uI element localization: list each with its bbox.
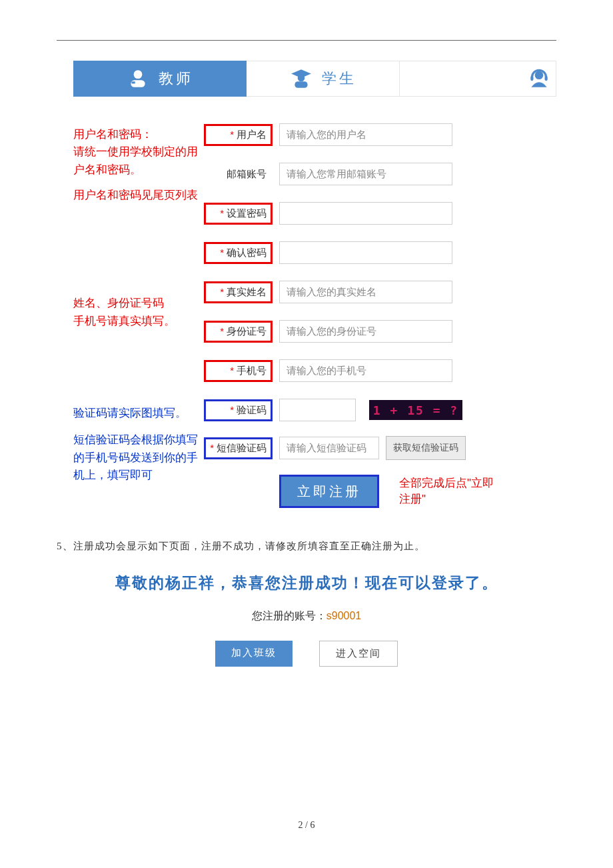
input-sms[interactable]: 请输入短信验证码 <box>279 437 379 459</box>
svg-rect-5 <box>295 81 307 88</box>
label-confirmpass: *确认密码 <box>204 242 273 264</box>
tab-teacher-label: 教师 <box>159 69 193 89</box>
input-username[interactable]: 请输入您的用户名 <box>279 123 452 146</box>
svg-point-6 <box>535 71 544 79</box>
note-userpass-1: 用户名和密码： <box>73 126 200 143</box>
input-setpass[interactable] <box>279 202 452 225</box>
tab-student-label: 学生 <box>322 69 356 89</box>
button-submit-register[interactable]: 立即注册 <box>279 475 379 508</box>
success-account: 您注册的账号：s90001 <box>57 609 556 623</box>
note-realinfo-1: 姓名、身份证号码 <box>73 295 200 312</box>
note-userpass-3: 用户名和密码见尾页列表 <box>73 187 200 204</box>
input-email[interactable]: 请输入您常用邮箱账号 <box>279 163 452 185</box>
label-setpass: *设置密码 <box>204 203 273 225</box>
success-account-label: 您注册的账号： <box>252 610 326 621</box>
success-account-value: s90001 <box>326 610 362 621</box>
note-sms: 短信验证码会根据你填写的手机号码发送到你的手机上，填写即可 <box>73 431 200 484</box>
tabs-container: 教师 学生 <box>57 61 556 109</box>
label-phone: *手机号 <box>204 360 273 382</box>
captcha-image: 1 + 15 = ? <box>369 400 462 420</box>
input-idnum[interactable]: 请输入您的身份证号 <box>279 320 452 343</box>
note-submit: 全部完成后点"立即注册" <box>399 475 499 507</box>
input-realname[interactable]: 请输入您的真实姓名 <box>279 281 452 303</box>
student-icon <box>290 67 312 90</box>
input-phone[interactable]: 请输入您的手机号 <box>279 359 452 382</box>
label-email: 邮箱账号 <box>204 163 273 185</box>
button-join-class[interactable]: 加入班级 <box>215 641 293 667</box>
tab-teacher[interactable]: 教师 <box>73 61 247 97</box>
note-userpass-2: 请统一使用学校制定的用户名和密码。 <box>73 143 200 179</box>
note-realinfo-2: 手机号请真实填写。 <box>73 313 200 330</box>
label-username: *用户名 <box>204 124 273 146</box>
svg-rect-7 <box>530 76 533 81</box>
tab-student[interactable]: 学生 <box>247 61 400 97</box>
label-realname: *真实姓名 <box>204 281 273 303</box>
step-5-text: 5、注册成功会显示如下页面，注册不成功，请修改所填容直至正确注册为止。 <box>57 540 556 553</box>
input-confirmpass[interactable] <box>279 241 452 264</box>
button-enter-space[interactable]: 进入空间 <box>319 641 398 667</box>
svg-point-0 <box>134 70 143 79</box>
svg-rect-2 <box>131 81 135 83</box>
support-icon <box>528 67 550 90</box>
teacher-icon <box>127 67 149 90</box>
svg-rect-8 <box>545 76 548 81</box>
label-idnum: *身份证号 <box>204 321 273 343</box>
label-sms: *短信验证码 <box>204 437 273 459</box>
success-title: 尊敬的杨正祥，恭喜您注册成功！现在可以登录了。 <box>63 573 550 593</box>
annotations-column: 用户名和密码： 请统一使用学校制定的用户名和密码。 用户名和密码见尾页列表 姓名… <box>73 123 200 513</box>
svg-point-4 <box>297 75 305 82</box>
input-captcha[interactable] <box>279 399 356 421</box>
header-rule <box>57 40 556 41</box>
note-captcha: 验证码请实际图填写。 <box>73 405 200 422</box>
label-captcha: *验证码 <box>204 399 273 421</box>
button-get-sms[interactable]: 获取短信验证码 <box>386 436 466 460</box>
page-number: 2 / 6 <box>57 820 556 831</box>
tab-other[interactable] <box>400 61 556 97</box>
